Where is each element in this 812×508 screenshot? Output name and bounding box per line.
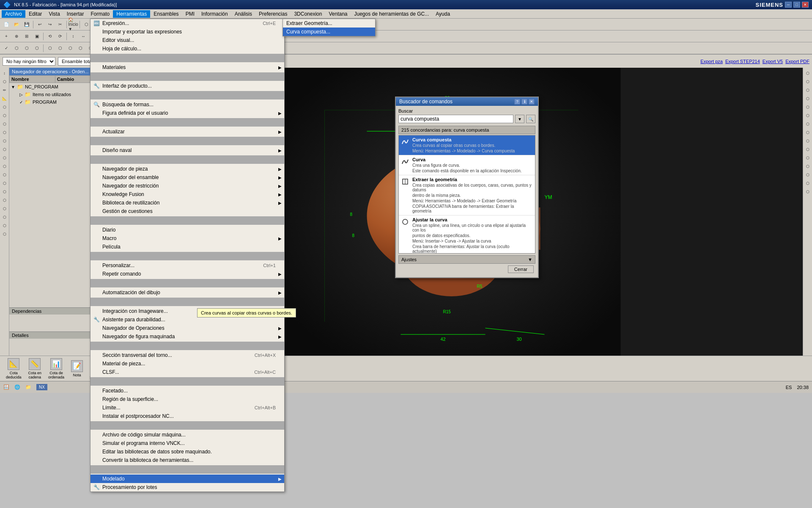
rsb-6[interactable]: ⬡ [804,112,812,119]
dm-figura-usuario[interactable]: Figura definida por el usuario▶ [91,109,284,117]
rsb-8[interactable]: ⬡ [804,129,812,136]
dm-asistente[interactable]: 🔧 Asistente para durabilidad... [91,315,284,324]
close-button[interactable]: ✕ [802,2,809,8]
rsb-5[interactable]: ⬡ [804,103,812,111]
rsb-12[interactable]: ⬡ [804,163,812,170]
tb3-4[interactable]: ⬡ [32,44,41,53]
dm-nav-pieza[interactable]: Navegador de pieza▶ [91,165,284,173]
dm-importar-exportar[interactable]: Importar y exportar las expresiones [91,28,284,36]
dm-nav-ensamble[interactable]: Navegador del ensamble▶ [91,173,284,182]
rsb-7[interactable]: ⬡ [804,120,812,128]
rsb-14[interactable]: ⬡ [804,179,812,187]
rsb-9[interactable]: ⬡ [804,137,812,145]
dm-materiales[interactable]: Materiales▶ [91,63,284,72]
dm-nav-restriccion[interactable]: Navegador de restricción▶ [91,182,284,190]
dm-interfaz[interactable]: 🔧 Interfaz de producto... [91,82,284,90]
taskbar-nx[interactable]: NX [36,384,47,390]
dm-instalar-post[interactable]: Instalar el postprocesador NC... [91,412,284,420]
nc-program-item[interactable]: ▼ 📁 NC_PROGRAM [9,83,100,91]
dm-material-pieza[interactable]: Material de pieza... [91,359,284,368]
sb-20[interactable]: ⬡ [1,230,8,238]
dm-hoja-calculo[interactable]: Hoja de cálculo... [91,44,284,53]
dm-clsf[interactable]: CLSF... Ctrl+Alt+C [91,368,284,376]
dm-region-superficie[interactable]: Región de la superficie... [91,395,284,403]
sb-8[interactable]: ⬡ [1,129,8,136]
sb-16[interactable]: ⬡ [1,196,8,204]
sb-12[interactable]: ⬡ [1,163,8,170]
tb3-5[interactable]: ⬡ [45,44,55,53]
items-no-used-item[interactable]: ▷ 📁 Items no utilizados [9,91,100,98]
minimize-button[interactable]: ─ [785,2,792,8]
tb3-8[interactable]: ⬡ [76,44,85,53]
rsb-10[interactable]: ⬡ [804,146,812,153]
dm-personalizar[interactable]: Personalizar... Ctrl+1 [91,261,284,270]
sb-7[interactable]: ⬡ [1,120,8,128]
dm-editar-bibl[interactable]: Editar las bibliotecas de datos sobre ma… [91,447,284,456]
menu-formato[interactable]: Formato [88,10,113,18]
dm-gestion[interactable]: Gestión de cuestiones [91,207,284,215]
dependencies-header[interactable]: Dependencias ▼ [9,307,100,315]
dm-editor-visual[interactable]: Editor visual... [91,36,284,44]
sb-15[interactable]: ⬡ [1,188,8,196]
details-header[interactable]: Detalles ▼ [9,331,100,339]
rsb-4[interactable]: ⬡ [804,95,812,102]
dm-procesamiento[interactable]: 🔧 Procesamiento por lotes [91,483,284,491]
dm-automatizacion[interactable]: Automatización del dibujo▶ [91,288,284,297]
sb-5[interactable]: ⬡ [1,103,8,111]
dm-pelicula[interactable]: Película [91,243,284,251]
dm-modelado[interactable]: Modelado▶ [91,475,284,483]
maximize-button[interactable]: □ [793,2,800,8]
tb2-4[interactable]: ▣ [32,32,41,41]
taskbar-explorer[interactable]: 📁 [25,384,31,390]
tb3-6[interactable]: ⬡ [55,44,65,53]
tb-3d-1[interactable]: ⬡ [82,20,91,29]
tb-save[interactable]: 💾 [22,20,31,29]
sb-4[interactable]: 📐 [1,95,8,102]
dm-nav-figura-maq[interactable]: Navegador de figura maquinada▶ [91,332,284,341]
dm-actualizar[interactable]: Actualizar▶ [91,127,284,136]
bi-cota-cadena[interactable]: 📏 Cota encadena [26,357,44,380]
tb-new[interactable]: 📄 [2,20,11,29]
rsb-15[interactable]: ⬡ [804,188,812,196]
dm-macro[interactable]: Macro▶ [91,234,284,243]
export-step-link[interactable]: Export STEP214 [725,59,760,64]
sb-17[interactable]: ⬡ [1,205,8,213]
menu-ventana[interactable]: Ventana [325,10,351,18]
menu-herramientas[interactable]: Herramientas [113,10,150,18]
rsb-2[interactable]: ⬡ [804,78,812,86]
start-button[interactable]: 🪟 [3,384,9,390]
menu-analisis[interactable]: Análisis [231,10,255,18]
rsb-3[interactable]: ⬡ [804,86,812,94]
dm-facetado[interactable]: Facetado... [91,387,284,395]
dm-diario[interactable]: Diario [91,226,284,234]
tb3-1[interactable]: ✓ [2,44,11,53]
dm-convertir[interactable]: Convertir la biblioteca de herramientas.… [91,456,284,464]
sb-11[interactable]: ⬡ [1,154,8,162]
menu-editar[interactable]: Editar [25,10,45,18]
tb-open[interactable]: 📂 [12,20,21,29]
tb-inicio[interactable]: 🏠 Inicio ▼ [69,20,78,29]
dm-knowledge-fusion[interactable]: Knowledge Fusion▶ [91,190,284,199]
bi-cota-ordenada[interactable]: 📊 Cota deordenada [46,357,67,380]
dm-archivo-codigo[interactable]: Archivo de código simular máquina... [91,431,284,439]
export-v5-link[interactable]: Export V5 [763,59,783,64]
menu-preferencias[interactable]: Preferencias [255,10,291,18]
rsb-13[interactable]: ⬡ [804,171,812,179]
export-pdf-link[interactable]: Export PDF [785,59,809,64]
export-pza-link[interactable]: Export pza [700,59,723,64]
sb-13[interactable]: ⬡ [1,171,8,179]
sb-2[interactable]: ⬡ [1,78,8,86]
taskbar-ie[interactable]: 🌐 [14,384,20,390]
tb2-8[interactable]: ↔ [79,32,88,41]
tb-redo[interactable]: ↪ [45,20,55,29]
title-bar-controls[interactable]: SIEMENS ─ □ ✕ [755,2,809,8]
tb3-7[interactable]: ⬡ [66,44,75,53]
dm-disenio-naval[interactable]: Diseño naval▶ [91,146,284,155]
program-item[interactable]: ✓ 📁 PROGRAM [9,98,100,106]
bi-cota-deducida[interactable]: 📐 Cotadeducida [3,357,24,380]
dm-limite[interactable]: Límite... Ctrl+Alt+B [91,403,284,412]
menu-juegos[interactable]: Juegos de herramientas de GC... [351,10,433,18]
rsb-11[interactable]: ⬡ [804,154,812,162]
bi-nota[interactable]: 📝 Nota [69,359,85,378]
menu-pmi[interactable]: PMI [182,10,198,18]
